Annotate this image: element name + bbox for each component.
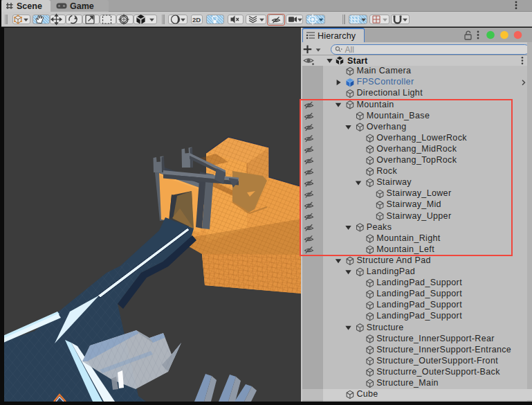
svg-text:Game: Game xyxy=(70,1,94,11)
svg-text:Start: Start xyxy=(347,56,368,66)
svg-text:Hierarchy: Hierarchy xyxy=(318,31,356,41)
svg-text:Scene: Scene xyxy=(17,1,42,11)
svg-text:2D: 2D xyxy=(192,16,201,24)
svg-text:All: All xyxy=(345,45,354,55)
